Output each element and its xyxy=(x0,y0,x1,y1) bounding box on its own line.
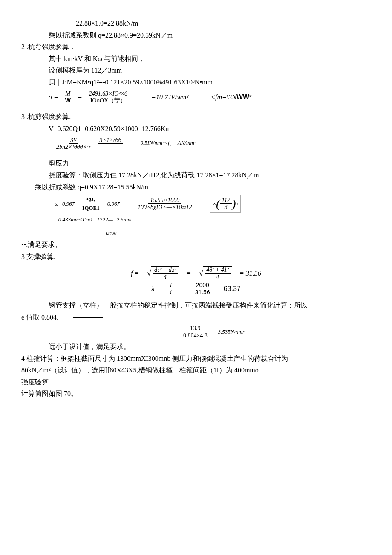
sec4-title: 3 支撑验算: xyxy=(21,251,371,262)
text: e 值取 0.804, xyxy=(21,314,58,321)
sqrt: d₁² + d₂² 4 xyxy=(147,266,179,280)
line: e 值取 0.804, xyxy=(21,312,371,323)
omega-iqo: IQOE1 xyxy=(82,204,99,213)
omega-formula: ω=0.967 •q1, IQOE1 0.967 15.55×1000 100×… xyxy=(21,195,371,213)
sec2-title: 2 .抗弯强度验算： xyxy=(21,41,371,52)
line: 远小于设计值，满足要求。 xyxy=(21,341,371,352)
line: 计算简图如图 70。 xyxy=(21,388,371,399)
den: 4 xyxy=(214,274,221,280)
frac: 3×12766 xyxy=(98,137,123,151)
omega-result: =0.433mm<Γεv1=1222—=2.5nmι l,j400 xyxy=(21,215,371,237)
num: d₁² + d₂² xyxy=(153,267,178,273)
condition: <fm=\3NWW² xyxy=(210,92,251,103)
line: 钢管支撑（立柱）一般按立柱的稳定性控制，可按两端钱接受压构件来简化计算：所以 xyxy=(21,300,371,311)
line: 贝｜J:M=KM•q1²=-0.121×20.59×1000⅛491.63X10… xyxy=(21,77,371,88)
omega-v: 0.967 xyxy=(107,200,120,209)
f-eq: f = xyxy=(131,268,139,279)
line: ••.满足要求。 xyxy=(21,239,371,250)
line: 乘以折减系数 q=0.9X17.28=15.55kN/m xyxy=(21,182,371,193)
line: 乘以折减系数则 q=22.88×0.9=20.59kN／m xyxy=(21,30,371,41)
result: =10.7JV/wm² xyxy=(151,92,188,103)
sqrt: 48² + 41² 4 xyxy=(199,266,232,280)
blank-underline xyxy=(73,317,103,318)
frac: M W xyxy=(63,90,72,104)
e-formula: 13.9 0.804×4.8 =3.535N/nmr xyxy=(55,325,371,339)
num: 3×12766 xyxy=(98,137,123,144)
den: 3 xyxy=(223,204,229,210)
den xyxy=(108,144,113,150)
den: 100×8χIO×—×10∞12 xyxy=(136,204,194,210)
num: 15.55×1000 xyxy=(148,197,181,204)
paren-cube: × ( 112 3 ) 3 xyxy=(210,195,241,213)
result: =0.433mm<Γεv1=1222—=2.5nmι xyxy=(55,215,132,224)
frac: 2491.63×IO³×6 IOoOX（苧） xyxy=(87,90,129,104)
sigma-symbol: σ = xyxy=(49,92,58,103)
num: M xyxy=(63,90,72,97)
num: 48² + 41² xyxy=(205,267,231,273)
num: l xyxy=(168,282,173,289)
f-formula: f = d₁² + d₂² 4 = 48² + 41² 4 = 31.56 λ … xyxy=(21,266,371,296)
den: IOoOX（苧） xyxy=(89,97,128,104)
line: 剪应力 xyxy=(21,158,371,169)
sigma-formula: σ = M W = 2491.63×IO³×6 IOoOX（苧） =10.7JV… xyxy=(21,90,371,104)
den: i xyxy=(168,289,173,296)
result: =3.535N/nmr xyxy=(214,328,245,337)
exp: 3 xyxy=(236,201,238,207)
den: 2bh2×¹θθθ×¹r xyxy=(55,144,92,150)
num: 112 xyxy=(220,197,232,204)
line: 强度验算 xyxy=(21,377,371,388)
num: 2491.63×IO³×6 xyxy=(87,90,129,97)
sec3-title: 3 .抗剪强度验算: xyxy=(21,111,371,122)
result: =0.5IN/mm²<fv=↑AN/mm² xyxy=(137,139,196,148)
line: 22.88×1.0=22.88kN/m xyxy=(21,18,371,29)
line: V=0.620Q1=0.620X20.59×1000=12.766Kn xyxy=(21,123,371,134)
num: 2000 xyxy=(194,282,211,289)
line: 其中 km·kV 和 Kω 与前述相同， xyxy=(21,53,371,64)
lambda-res: 63.37 xyxy=(224,283,241,294)
line: 80kN／m²（设计值），选用][80X43X5,槽钢做柱箍，柱箍间距（1I）为… xyxy=(21,365,371,376)
f-res: = 31.56 xyxy=(239,268,261,279)
num: 13.9 xyxy=(188,325,202,332)
line: 4 柱箍计算：框架柱截面尺寸为 1300mmXI300mnb 侧压力和倾倒混凝土… xyxy=(21,353,371,364)
frac: 15.55×1000 100×8χIO×—×10∞12 xyxy=(136,197,194,211)
omega: ω=0.967 xyxy=(55,200,75,209)
den: W xyxy=(63,97,72,104)
sub: l,j400 xyxy=(106,230,116,237)
eq: = xyxy=(78,92,82,103)
num: 3V xyxy=(69,137,79,144)
frac: 3V 2bh2×¹θθθ×¹r xyxy=(55,137,92,151)
den: 31.56 xyxy=(193,289,212,296)
line: 设侧模板厚为 112／3mm xyxy=(21,65,371,76)
den: 0.804×4.8 xyxy=(182,332,209,339)
line: 挠度验算：取侧压力仨 17.28kN／ιΠ2,化为线荷载 17.28×1=17.… xyxy=(21,170,371,181)
omega-q: •q1, xyxy=(86,195,95,204)
tau-formula: 3V 2bh2×¹θθθ×¹r 3×12766 =0.5IN/mm²<fv=↑A… xyxy=(21,137,371,151)
den: 4 xyxy=(162,274,168,280)
lambda-eq: λ = xyxy=(151,283,161,294)
